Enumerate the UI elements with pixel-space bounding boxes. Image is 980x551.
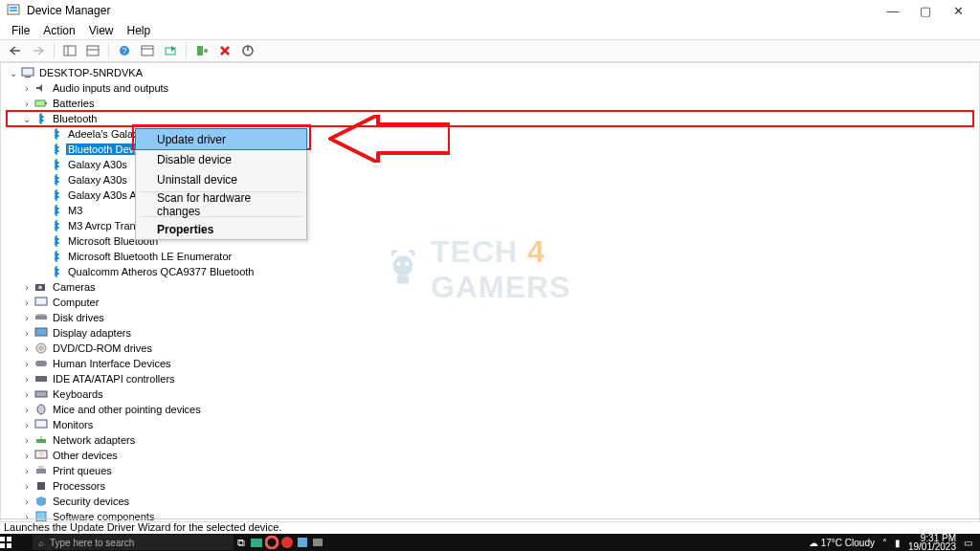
svg-rect-51	[7, 543, 11, 548]
disable-button[interactable]	[238, 41, 257, 60]
ide-icon	[33, 372, 49, 386]
svg-point-54	[281, 537, 293, 548]
expand-icon[interactable]: ›	[20, 328, 33, 339]
show-hide-tree-button[interactable]	[60, 41, 79, 60]
bluetooth-icon	[49, 234, 64, 248]
category-label: Processors	[51, 480, 107, 492]
expand-icon[interactable]: ›	[20, 298, 33, 308]
tree-category[interactable]: ›Batteries	[20, 96, 973, 111]
other-icon: ?	[33, 449, 49, 462]
svg-point-44	[393, 255, 413, 276]
properties-button[interactable]	[138, 41, 157, 60]
tree-category[interactable]: ›Monitors	[20, 417, 973, 432]
svg-rect-1	[10, 7, 17, 9]
expand-icon[interactable]: ›	[20, 83, 33, 94]
printer-icon	[33, 464, 49, 477]
svg-rect-30	[35, 391, 47, 397]
ctx-scan-hardware[interactable]: Scan for hardware changes	[136, 194, 306, 214]
category-label: Audio inputs and outputs	[51, 82, 170, 94]
titlebar: Device Manager — ▢ ✕	[0, 0, 980, 21]
taskbar-app-icon[interactable]	[279, 536, 295, 549]
category-label: Keyboards	[51, 388, 105, 400]
cloud-icon: ☁	[809, 538, 818, 548]
update-driver-button[interactable]	[192, 41, 212, 60]
weather-text: 17°C Cloudy	[821, 538, 875, 548]
tree-root[interactable]: ⌄ DESKTOP-5NRDVKA	[7, 65, 973, 80]
search-box[interactable]: ⌕Type here to search	[33, 535, 234, 550]
taskbar-app-icon[interactable]	[310, 536, 325, 549]
ctx-uninstall-device[interactable]: Uninstall device	[136, 169, 306, 189]
tree-category[interactable]: ›Display adapters	[20, 325, 973, 341]
category-label: Computer	[51, 297, 100, 308]
expand-icon[interactable]: ›	[20, 99, 33, 109]
menu-help[interactable]: Help	[122, 23, 157, 38]
close-button[interactable]: ✕	[942, 0, 974, 21]
status-text: Launches the Update Driver Wizard for th…	[4, 521, 281, 533]
expand-icon[interactable]: ›	[20, 313, 33, 323]
minimize-button[interactable]: —	[877, 0, 909, 21]
expand-icon[interactable]: ›	[20, 282, 33, 293]
tree-category[interactable]: ›Keyboards	[20, 386, 973, 402]
expand-icon[interactable]: ›	[20, 481, 33, 492]
tray-chevron-icon[interactable]: ˄	[882, 538, 887, 548]
tree-category[interactable]: ›Mice and other pointing devices	[20, 402, 973, 417]
expand-icon[interactable]: ›	[20, 435, 33, 446]
forward-button[interactable]	[29, 41, 48, 60]
menu-action[interactable]: Action	[37, 23, 80, 38]
expand-icon[interactable]: ›	[20, 496, 33, 507]
tree-category[interactable]: ›Human Interface Devices	[20, 356, 973, 371]
svg-rect-37	[36, 469, 46, 474]
expand-icon[interactable]: ›	[20, 466, 33, 476]
start-button[interactable]	[0, 537, 33, 548]
weather-widget[interactable]: ☁ 17°C Cloudy	[809, 538, 875, 548]
toolbar-icon[interactable]	[83, 41, 102, 60]
collapse-icon[interactable]: ⌄	[7, 68, 20, 78]
ctx-disable-device[interactable]: Disable device	[136, 149, 306, 169]
svg-rect-56	[313, 539, 323, 546]
uninstall-button[interactable]	[215, 41, 234, 60]
help-button[interactable]: ?	[115, 41, 134, 60]
collapse-icon[interactable]: ⌄	[20, 114, 33, 124]
tree-category[interactable]: ›IDE ATA/ATAPI controllers	[20, 371, 973, 386]
bluetooth-icon	[49, 158, 64, 171]
ctx-properties[interactable]: Properties	[136, 219, 306, 239]
taskbar-app-icon[interactable]	[264, 536, 279, 549]
back-button[interactable]	[6, 41, 25, 60]
tree-category[interactable]: ›Disk drives	[20, 310, 973, 325]
display-icon	[33, 326, 49, 340]
svg-rect-2	[10, 10, 17, 11]
expand-icon[interactable]: ›	[20, 374, 33, 385]
taskbar-app-icon[interactable]	[295, 536, 310, 549]
expand-icon[interactable]: ›	[20, 420, 33, 430]
svg-rect-18	[35, 100, 45, 106]
tree-category[interactable]: ›Audio inputs and outputs	[20, 80, 973, 96]
expand-icon[interactable]: ›	[20, 389, 33, 400]
svg-rect-24	[35, 316, 47, 320]
expand-icon[interactable]: ›	[20, 451, 33, 461]
ctx-update-driver[interactable]: Update driver	[136, 129, 306, 149]
tree-category[interactable]: ›Network adapters	[20, 432, 973, 448]
notification-icon[interactable]: ▭	[964, 538, 972, 548]
menu-file[interactable]: File	[6, 23, 35, 38]
tray-icon[interactable]: ▮	[895, 538, 901, 548]
tree-category[interactable]: ›Security devices	[20, 494, 973, 509]
task-view-icon[interactable]: ⧉	[234, 536, 249, 549]
tree-category[interactable]: ›DVD/CD-ROM drives	[20, 341, 973, 356]
svg-text:?: ?	[39, 451, 44, 459]
tree-category[interactable]: ›Processors	[20, 478, 973, 494]
menu-view[interactable]: View	[83, 23, 120, 38]
security-icon	[33, 495, 49, 508]
clock[interactable]: 9:31 PM 19/01/2023	[908, 534, 956, 551]
expand-icon[interactable]: ›	[20, 359, 33, 369]
expand-icon[interactable]: ›	[20, 343, 33, 354]
maximize-button[interactable]: ▢	[909, 0, 942, 21]
scan-button[interactable]	[161, 41, 180, 60]
expand-icon[interactable]: ›	[20, 405, 33, 415]
bluetooth-icon	[49, 127, 64, 141]
svg-rect-28	[35, 361, 47, 366]
tree-category[interactable]: ›?Other devices	[20, 448, 973, 463]
tree-category[interactable]: ›Print queues	[20, 463, 973, 478]
tree-category-bluetooth[interactable]: ⌄Bluetooth	[20, 111, 973, 126]
taskbar-app-icon[interactable]	[249, 536, 264, 549]
svg-rect-50	[0, 543, 5, 548]
